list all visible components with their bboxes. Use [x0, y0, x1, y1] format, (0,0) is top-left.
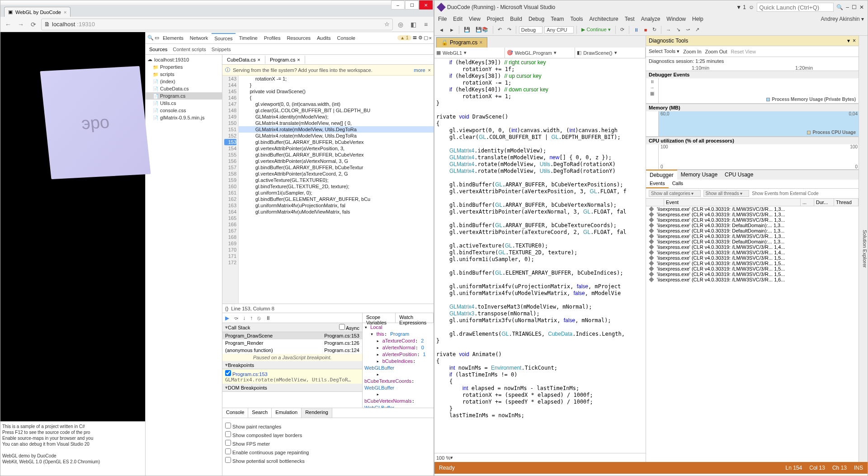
feedback-icon[interactable]: ☺ [749, 4, 754, 10]
vs-maximize-icon[interactable]: ☐ [852, 4, 857, 10]
event-row[interactable]: 'iisexpress.exe' (CLR v4.0.30319: /LM/W3… [646, 261, 859, 266]
back-icon[interactable]: ← [3, 19, 13, 29]
menu-arch[interactable]: Architecture [590, 16, 618, 22]
close-icon[interactable]: × [853, 38, 856, 44]
lane-memory-header[interactable]: Memory (MB) Process Memory Usage (Privat… [646, 104, 859, 111]
close-icon[interactable]: × [258, 57, 260, 62]
folder-scripts[interactable]: scripts [146, 71, 222, 78]
browser-tab[interactable]: ▣ WebGL by DuoCode × [4, 7, 71, 17]
tab-close-icon[interactable]: × [64, 10, 66, 15]
platform-combo[interactable]: Any CPU [544, 26, 574, 33]
stack-frame[interactable]: (anonymous function)Program.cs:124 [222, 347, 362, 354]
zoom-in-btn[interactable]: Zoom In [683, 49, 701, 54]
menu-team[interactable]: Team [551, 16, 564, 22]
event-row[interactable]: 'iisexpress.exe' (CLR v4.0.30319: /LM/W3… [646, 233, 859, 239]
file-consolecss[interactable]: console.css [146, 107, 222, 114]
grid-icon[interactable]: ▦ [650, 91, 654, 96]
subtab-snippets[interactable]: Snippets [212, 47, 231, 52]
menu-project[interactable]: Project [487, 16, 504, 22]
render-option[interactable]: Show potential scroll bottlenecks [225, 457, 431, 464]
rt-rendering[interactable]: Rendering [302, 408, 332, 418]
event-row[interactable]: 'iisexpress.exe' (CLR v4.0.30319: /LM/W3… [646, 266, 859, 271]
refresh-icon[interactable]: ⟳ [618, 26, 626, 33]
deactivate-bp-icon[interactable]: ⦸ [257, 315, 261, 321]
menu-help[interactable]: Help [692, 16, 703, 22]
file-index[interactable]: (index) [146, 78, 222, 85]
pause-icon[interactable]: ⏸ [632, 26, 641, 33]
inspect-icon[interactable]: 🔍 [147, 35, 154, 41]
devtools-close-icon[interactable]: × [429, 35, 432, 41]
step-into-icon[interactable]: ↓ [243, 315, 245, 321]
arrow-icon[interactable]: → [650, 85, 655, 90]
nav-fwd-icon[interactable]: ► [448, 26, 456, 33]
chrome-close-icon[interactable]: ✕ [419, 0, 433, 10]
redo-icon[interactable]: ↷ [505, 26, 513, 33]
quick-launch-input[interactable] [757, 3, 834, 12]
callstack-header[interactable]: Call Stack Async [222, 323, 362, 332]
dom-bp-header[interactable]: DOM Breakpoints [222, 384, 362, 392]
editor-tab-program[interactable]: Program.cs× [265, 56, 305, 64]
solution-explorer-tab[interactable]: Solution Explorer [859, 36, 868, 462]
saveall-icon[interactable]: 💾📚 [474, 26, 490, 33]
dt-tab-network[interactable]: Network [187, 33, 211, 43]
close-icon[interactable]: × [428, 67, 431, 73]
ext2-icon[interactable]: ◧ [408, 19, 418, 29]
drawer-icon[interactable]: 〓 [412, 34, 417, 41]
menu-icon[interactable]: ≡ [421, 19, 431, 29]
restart-icon[interactable]: ↻ [651, 26, 658, 33]
stop-icon[interactable]: ■ [642, 26, 649, 33]
lane-cpu-header[interactable]: CPU utilization (% of all processors) Pr… [646, 137, 859, 144]
undo-icon[interactable]: ↶ [496, 26, 504, 33]
menu-test[interactable]: Test [625, 16, 635, 22]
menu-build[interactable]: Build [510, 16, 522, 22]
dbg-tab-cpu[interactable]: CPU Usage [721, 170, 757, 180]
subtab-content[interactable]: Content scripts [173, 47, 206, 52]
breakpoints-header[interactable]: Breakpoints [222, 361, 362, 369]
event-row[interactable]: 'iisexpress.exe' (CLR v4.0.30319: Defaul… [646, 223, 859, 228]
select-tools-btn[interactable]: Select Tools ▾ [649, 48, 679, 54]
evsub-events[interactable]: Events [646, 180, 669, 188]
col-event[interactable]: Event [664, 199, 801, 206]
doc-tab-program[interactable]: 🔒 Program.cs × [436, 37, 487, 48]
step-out-icon[interactable]: ↑ [250, 315, 253, 321]
editor-tab-cubedata[interactable]: CubeData.cs× [222, 56, 265, 64]
user-label[interactable]: Andrey Akinshin ▾ [821, 16, 864, 22]
render-option[interactable]: Show composited layer borders [225, 431, 431, 438]
event-row[interactable]: 'iisexpress.exe' (CLR v4.0.30319: /LM/W3… [646, 244, 859, 250]
event-row[interactable]: 'iisexpress.exe' (CLR v4.0.30319: /LM/W3… [646, 271, 859, 277]
nav-member[interactable]: ◧ DrawScene() ▾ [575, 48, 646, 58]
menu-analyze[interactable]: Analyze [641, 16, 660, 22]
vs-close-icon[interactable]: ✕ [859, 4, 864, 10]
step-out-icon[interactable]: ↗ [693, 26, 701, 33]
close-icon[interactable]: × [479, 39, 482, 46]
event-row[interactable]: 'iisexpress.exe' (CLR v4.0.30319: /LM/W3… [646, 277, 859, 282]
filter-threads[interactable]: Show all threads ▾ [703, 190, 750, 197]
cpu-lane[interactable]: 100 100 0 0 [646, 144, 859, 170]
event-row[interactable]: 'iisexpress.exe' (CLR v4.0.30319: /LM/W3… [646, 206, 859, 212]
scope-variables[interactable]: ▾ Local ▾ this: Program ▸ aTextureCoord:… [363, 323, 434, 408]
pause-exception-icon[interactable]: ⏸ [265, 315, 271, 321]
menu-file[interactable]: File [438, 16, 447, 22]
render-option[interactable]: Enable continuous page repainting [225, 448, 431, 455]
config-combo[interactable]: Debug [519, 26, 542, 33]
file-program[interactable]: Program.cs [146, 92, 222, 100]
more-link[interactable]: more [414, 67, 425, 73]
nav-back-icon[interactable]: ◄ [437, 26, 446, 33]
chrome-maximize-icon[interactable]: ☐ [405, 0, 419, 10]
settings-icon[interactable]: ⚙ [418, 35, 423, 41]
file-glmatrix[interactable]: glMatrix-0.9.5.min.js [146, 114, 222, 121]
reload-icon[interactable]: ⟳ [28, 19, 38, 29]
device-icon[interactable]: ▭ [155, 35, 159, 41]
event-row[interactable]: 'iisexpress.exe' (CLR v4.0.30319: /LM/W3… [646, 217, 859, 223]
menu-debug[interactable]: Debug [528, 16, 544, 22]
folder-properties[interactable]: Properties [146, 63, 222, 71]
event-row[interactable]: 'iisexpress.exe' (CLR v4.0.30319: /LM/W3… [646, 212, 859, 217]
rt-emulation[interactable]: Emulation [272, 408, 302, 418]
event-row[interactable]: 'iisexpress.exe' (CLR v4.0.30319: Defaul… [646, 239, 859, 244]
vs-code-editor[interactable]: if (heldKeys[39]) // right cursor key ro… [434, 58, 646, 453]
menu-view[interactable]: View [469, 16, 481, 22]
filter-categories[interactable]: Show all categories ▾ [649, 190, 701, 197]
dt-tab-sources[interactable]: Sources [212, 33, 235, 43]
menu-tools[interactable]: Tools [571, 16, 583, 22]
dt-tab-timeline[interactable]: Timeline [236, 33, 260, 43]
